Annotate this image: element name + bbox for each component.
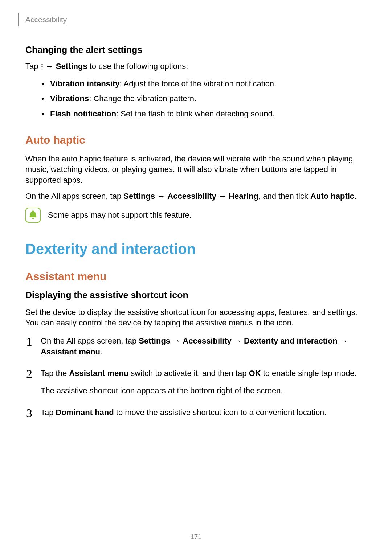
page-header: Accessibility (25, 13, 367, 26)
option-label: Flash notification (50, 109, 116, 118)
arrow-text: → (44, 62, 56, 71)
arrow-text: → (155, 192, 167, 201)
text: to enable single tap mode. (261, 369, 357, 378)
settings-label: Settings (139, 336, 170, 345)
svg-point-0 (41, 64, 42, 65)
more-options-icon (41, 63, 44, 70)
assistant-menu-heading: Assistant menu (25, 270, 367, 283)
list-item: Flash notification: Set the flash to bli… (40, 108, 367, 119)
option-label: Vibrations (50, 94, 89, 103)
page-number: 171 (0, 533, 392, 541)
tap-label: Tap (25, 62, 41, 71)
intro-rest: to use the following options: (87, 62, 188, 71)
settings-label: Settings (123, 192, 155, 201)
option-label: Vibration intensity (50, 79, 120, 88)
assistant-menu-label: Assistant menu (69, 369, 128, 378)
text: to move the assistive shortcut icon to a… (114, 408, 327, 417)
option-desc: : Adjust the force of the vibration noti… (120, 79, 277, 88)
alert-settings-heading: Changing the alert settings (25, 45, 367, 55)
assistant-intro: Set the device to display the assistive … (25, 307, 367, 328)
accessibility-label: Accessibility (183, 336, 232, 345)
steps-list: On the All apps screen, tap Settings → A… (25, 336, 367, 418)
text: On the All apps screen, tap (25, 192, 123, 201)
alert-intro: Tap → Settings to use the following opti… (25, 61, 367, 72)
dexterity-label: Dexterity and interaction (244, 336, 338, 345)
arrow-text: → (338, 336, 348, 345)
breadcrumb: Accessibility (25, 15, 67, 24)
auto-haptic-label: Auto haptic (310, 192, 354, 201)
bell-icon (25, 208, 41, 223)
display-icon-heading: Displaying the assistive shortcut icon (25, 290, 367, 300)
ok-label: OK (249, 369, 261, 378)
assistant-menu-label: Assistant menu (41, 347, 100, 356)
text: switch to activate it, and then tap (128, 369, 249, 378)
list-item: Vibration intensity: Adjust the force of… (40, 78, 367, 89)
settings-label: Settings (56, 62, 87, 71)
alert-options-list: Vibration intensity: Adjust the force of… (25, 78, 367, 119)
list-item: Vibrations: Change the vibration pattern… (40, 93, 367, 104)
step-2: Tap the Assistant menu switch to activat… (25, 368, 367, 396)
arrow-text: → (216, 192, 229, 201)
text: Tap the (41, 369, 69, 378)
step-1: On the All apps screen, tap Settings → A… (25, 336, 367, 357)
option-desc: : Set the flash to blink when detecting … (116, 109, 275, 118)
manual-page: Accessibility Changing the alert setting… (0, 0, 392, 443)
step-3: Tap Dominant hand to move the assistive … (25, 407, 367, 418)
option-desc: : Change the vibration pattern. (89, 94, 196, 103)
accessibility-label: Accessibility (167, 192, 216, 201)
text: , and then tick (258, 192, 310, 201)
svg-point-1 (41, 66, 42, 67)
step-2-extra: The assistive shortcut icon appears at t… (41, 385, 367, 396)
text: Tap (41, 408, 56, 417)
arrow-text: → (232, 336, 244, 345)
dexterity-heading: Dexterity and interaction (25, 241, 367, 257)
arrow-text: → (170, 336, 183, 345)
auto-haptic-para2: On the All apps screen, tap Settings → A… (25, 191, 367, 202)
text: On the All apps screen, tap (41, 336, 139, 345)
hearing-label: Hearing (229, 192, 258, 201)
header-rule (18, 13, 19, 26)
auto-haptic-heading: Auto haptic (25, 134, 367, 146)
note-text: Some apps may not support this feature. (48, 210, 192, 220)
dominant-hand-label: Dominant hand (56, 408, 114, 417)
text: . (100, 347, 102, 356)
text: . (354, 192, 356, 201)
auto-haptic-para1: When the auto haptic feature is activate… (25, 153, 367, 186)
note-callout: Some apps may not support this feature. (25, 208, 367, 223)
svg-point-2 (41, 68, 42, 69)
